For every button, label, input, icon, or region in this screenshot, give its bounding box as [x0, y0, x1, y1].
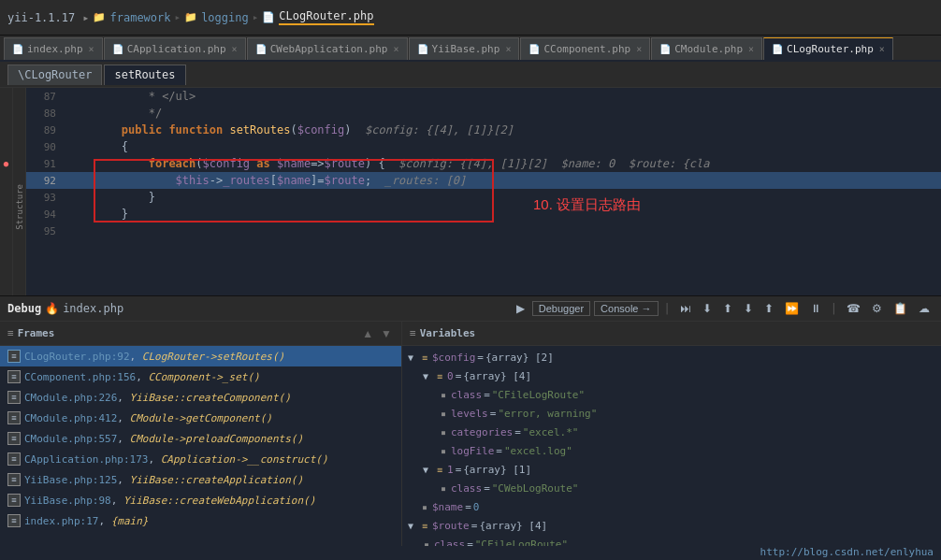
- var-val: "excel.*": [523, 426, 579, 438]
- gutter-spacer3: [0, 122, 12, 138]
- tree-toggle-0[interactable]: ▼: [419, 367, 432, 384]
- run-to-cursor-btn[interactable]: ⬆: [760, 300, 777, 317]
- step-over-btn[interactable]: ⏭: [676, 300, 695, 317]
- tab-index-php[interactable]: 📄 index.php ×: [4, 37, 103, 60]
- tab-icon: 📄: [255, 44, 267, 54]
- tree-toggle-1[interactable]: ▼: [419, 461, 432, 478]
- array-icon: ≡: [417, 349, 432, 366]
- tab-close-icon[interactable]: ×: [636, 44, 642, 54]
- frame-item-6[interactable]: ≡ YiiBase.php:125, YiiBase::createApplic…: [0, 469, 401, 490]
- tab-label: CLogRouter.php: [787, 43, 874, 55]
- code-area: 87 * </ul> 88 */ 89 public function setR…: [26, 88, 941, 326]
- frames-list: ≡ CLogRouter.php:92, CLogRouter->setRout…: [0, 346, 401, 546]
- frame-text: CComponent.php:156, CComponent->_set(): [24, 371, 260, 383]
- var-val: {array} [4]: [479, 520, 547, 532]
- field-icon: ▪: [436, 424, 451, 440]
- tab-close-icon[interactable]: ×: [879, 44, 885, 54]
- var-name-var: ▪ $name = 0: [402, 497, 941, 516]
- line-number: 95: [26, 225, 64, 237]
- tab-close-icon[interactable]: ×: [232, 44, 238, 54]
- frame-item-3[interactable]: ≡ CModule.php:412, CModule->getComponent…: [0, 408, 401, 428]
- var-name: 1: [447, 464, 454, 476]
- tree-toggle-config[interactable]: ▼: [404, 349, 417, 366]
- tab-cwebapplication[interactable]: 📄 CWebApplication.php ×: [247, 37, 408, 60]
- frame-filename: YiiBase.php:98: [24, 495, 111, 507]
- field-icon: ▪: [436, 405, 451, 422]
- code-line-91: 91 foreach($config as $name=>$route) { $…: [26, 155, 941, 172]
- var-name: $name: [432, 501, 463, 513]
- frame-type-icon: ≡: [7, 350, 21, 363]
- frame-filename: CComponent.php:156: [24, 371, 136, 383]
- var-categories: ▪ categories = "excel.*": [402, 423, 941, 441]
- frame-filename: CLogRouter.php:92: [24, 351, 130, 363]
- frame-text: CModule.php:557, CModule->preloadCompone…: [24, 433, 303, 445]
- step-out-btn[interactable]: ⬆: [719, 300, 736, 317]
- frame-item-2[interactable]: ≡ CModule.php:226, YiiBase::createCompon…: [0, 387, 401, 408]
- frame-method: YiiBase::createApplication(): [130, 474, 303, 486]
- code-line-88: 88 */: [26, 105, 941, 122]
- step-back-btn[interactable]: ⬇: [740, 300, 757, 317]
- frame-item-0[interactable]: ≡ CLogRouter.php:92, CLogRouter->setRout…: [0, 346, 401, 366]
- step-into-btn[interactable]: ⬇: [699, 300, 716, 317]
- folder-icon2: 📁: [184, 11, 197, 23]
- console-btn[interactable]: Console →: [594, 301, 658, 316]
- more-btn[interactable]: ☁: [915, 300, 934, 317]
- var-name: $config: [432, 352, 475, 364]
- tab-icon: 📄: [12, 44, 23, 54]
- frame-method: {main}: [111, 515, 149, 527]
- breadcrumb-tabs: \CLogRouter setRoutes: [0, 62, 941, 88]
- frame-item-7[interactable]: ≡ YiiBase.php:98, YiiBase::createWebAppl…: [0, 490, 401, 510]
- tab-close-icon[interactable]: ×: [505, 44, 511, 54]
- force-step-btn[interactable]: ⏩: [781, 300, 803, 317]
- toolbar-sep2: |: [831, 302, 837, 315]
- var-eq: =: [467, 538, 473, 547]
- copy-btn[interactable]: 📋: [890, 300, 911, 317]
- array-icon: ≡: [432, 367, 447, 384]
- frames-title: Frames: [18, 327, 55, 339]
- tab-close-icon[interactable]: ×: [393, 44, 398, 54]
- code-line-93: 93 }: [26, 189, 941, 206]
- frame-item-1[interactable]: ≡ CComponent.php:156, CComponent->_set(): [0, 366, 401, 387]
- frame-item-8[interactable]: ≡ index.php:17, {main}: [0, 510, 401, 531]
- var-name: 0: [447, 370, 454, 382]
- frames-down-btn[interactable]: ▼: [379, 327, 394, 340]
- frame-item-5[interactable]: ≡ CApplication.php:173, CApplication->__…: [0, 449, 401, 469]
- frame-filename: CModule.php:557: [24, 433, 117, 445]
- tab-yiibase[interactable]: 📄 YiiBase.php ×: [409, 37, 520, 60]
- var-val: "CFileLogRoute": [492, 389, 585, 401]
- line-content: * </ul>: [64, 90, 941, 103]
- tab-cmodule[interactable]: 📄 CModule.php ×: [651, 37, 762, 60]
- debugger-btn[interactable]: Debugger: [532, 301, 590, 316]
- tab-clogrouter[interactable]: 📄 CLogRouter.php ×: [763, 37, 893, 60]
- bc-tab-setroutes[interactable]: setRoutes: [104, 65, 185, 85]
- code-line-90: 90 {: [26, 138, 941, 155]
- frame-text: CModule.php:412, CModule->getComponent(): [24, 412, 272, 424]
- var-class-2: ▪ class = "CWebLogRoute": [402, 479, 941, 497]
- pause-btn[interactable]: ⏸: [806, 300, 825, 317]
- tab-capplication[interactable]: 📄 CApplication.php ×: [104, 37, 246, 60]
- tab-ccomponent[interactable]: 📄 CComponent.php ×: [520, 37, 650, 60]
- tab-close-icon[interactable]: ×: [89, 44, 94, 54]
- breadcrumb-sep3: ▸: [253, 11, 259, 23]
- variables-panel-header: ≡ Variables: [402, 322, 941, 346]
- debug-file-label: index.php: [63, 302, 123, 315]
- tab-icon: 📄: [528, 44, 540, 54]
- bc-tab-clogrouter[interactable]: \CLogRouter: [7, 65, 102, 85]
- tree-toggle-route[interactable]: ▼: [404, 517, 417, 534]
- frame-method: CLogRouter->setRoutes(): [142, 351, 284, 363]
- line-content: {: [64, 140, 941, 153]
- tab-close-icon[interactable]: ×: [748, 44, 754, 54]
- breadcrumb-sep1: ▸: [82, 11, 89, 24]
- frame-item-4[interactable]: ≡ CModule.php:557, CModule->preloadCompo…: [0, 428, 401, 449]
- debug-run-btn[interactable]: ▶: [513, 300, 528, 317]
- evaluate-btn[interactable]: ☎: [843, 300, 864, 317]
- line-number: 89: [26, 124, 64, 136]
- frames-up-btn[interactable]: ▲: [360, 327, 375, 340]
- debug-fire-icon: 🔥: [45, 302, 59, 315]
- var-name: class: [434, 538, 465, 547]
- line-number: 88: [26, 108, 64, 120]
- settings-btn[interactable]: ⚙: [868, 300, 886, 317]
- var-route: ▼ ≡ $route = {array} [4]: [402, 516, 941, 535]
- var-levels: ▪ levels = "error, warning": [402, 404, 941, 423]
- tab-label: CModule.php: [674, 43, 743, 55]
